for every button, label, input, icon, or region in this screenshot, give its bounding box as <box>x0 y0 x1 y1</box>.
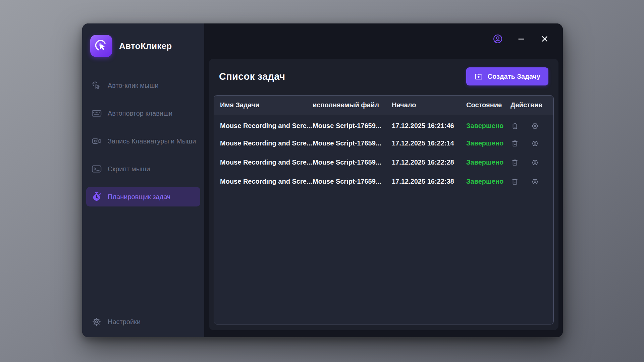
sidebar-item-key-repeat[interactable]: Автоповтор клавиши <box>86 104 200 123</box>
close-button[interactable] <box>538 32 551 46</box>
view-task-icon[interactable] <box>531 177 539 186</box>
task-name: Mouse Recording and Scre... <box>214 153 311 172</box>
delete-task-icon[interactable] <box>511 158 519 167</box>
task-list-card: Список задач Создать Задачу <box>209 59 558 330</box>
sidebar-item-label: Скрипт мыши <box>108 165 150 173</box>
task-file: Mouse Script-17659... <box>311 115 390 134</box>
col-header-start: Начало <box>390 96 465 115</box>
delete-task-icon[interactable] <box>511 139 519 148</box>
task-name: Mouse Recording and Scre... <box>214 172 311 191</box>
sidebar-item-label: Авто-клик мыши <box>108 82 159 89</box>
task-start: 17.12.2025 16:21:46 <box>390 115 465 134</box>
keyboard-icon <box>92 108 102 118</box>
task-start: 17.12.2025 16:22:38 <box>390 172 465 191</box>
col-header-action: Действие <box>509 96 553 115</box>
view-task-icon[interactable] <box>531 139 539 148</box>
table-row: Mouse Recording and Scre... Mouse Script… <box>214 172 553 191</box>
task-table: Имя Задачи исполняемый файл Начало Состо… <box>214 96 553 191</box>
col-header-name: Имя Задачи <box>214 96 311 115</box>
mouse-click-icon <box>92 80 102 90</box>
titlebar <box>204 23 563 54</box>
app-logo-row: АвтоКликер <box>82 33 204 57</box>
sidebar-item-record[interactable]: Запись Клавиатуры и Мыши <box>86 131 200 151</box>
stopwatch-icon <box>92 192 102 202</box>
sidebar-item-label: Автоповтор клавиши <box>108 110 172 117</box>
task-start: 17.12.2025 16:22:28 <box>390 153 465 172</box>
col-header-status: Состояние <box>465 96 509 115</box>
task-start: 17.12.2025 16:22:14 <box>390 134 465 153</box>
sidebar: АвтоКликер Авто-клик мыши <box>82 23 204 337</box>
table-row: Mouse Recording and Scre... Mouse Script… <box>214 153 553 172</box>
view-task-icon[interactable] <box>531 158 539 167</box>
sidebar-item-task-scheduler[interactable]: Планировщик задач <box>86 187 200 206</box>
user-account-icon[interactable] <box>491 32 504 46</box>
create-task-button[interactable]: Создать Задачу <box>466 67 548 85</box>
minimize-button[interactable] <box>515 32 528 46</box>
app-window: АвтоКликер Авто-клик мыши <box>82 23 563 337</box>
sidebar-item-mouse-script[interactable]: Скрипт мыши <box>86 159 200 179</box>
delete-task-icon[interactable] <box>511 122 519 130</box>
status-badge: Завершено <box>465 115 509 134</box>
task-file: Mouse Script-17659... <box>311 172 390 191</box>
task-file: Mouse Script-17659... <box>311 134 390 153</box>
settings-label: Настройки <box>108 318 141 326</box>
card-header: Список задач Создать Задачу <box>218 59 549 91</box>
terminal-icon <box>92 164 102 174</box>
sidebar-item-settings[interactable]: Настройки <box>86 314 200 330</box>
folder-plus-icon <box>474 72 483 81</box>
gear-icon <box>92 317 102 327</box>
status-badge: Завершено <box>465 172 509 191</box>
table-row: Mouse Recording and Scre... Mouse Script… <box>214 134 553 153</box>
task-name: Mouse Recording and Scre... <box>214 115 311 134</box>
app-logo-icon <box>90 35 112 57</box>
video-camera-icon <box>92 136 102 146</box>
view-task-icon[interactable] <box>531 122 539 130</box>
delete-task-icon[interactable] <box>511 177 519 186</box>
create-task-label: Создать Задачу <box>487 73 540 80</box>
table-row: Mouse Recording and Scre... Mouse Script… <box>214 115 553 134</box>
status-badge: Завершено <box>465 134 509 153</box>
col-header-file: исполняемый файл <box>311 96 390 115</box>
app-title: АвтоКликер <box>119 41 172 51</box>
status-badge: Завершено <box>465 153 509 172</box>
main-area: Список задач Создать Задачу <box>204 23 563 337</box>
sidebar-item-label: Запись Клавиатуры и Мыши <box>108 137 196 145</box>
task-name: Mouse Recording and Scre... <box>214 134 311 153</box>
page-title: Список задач <box>219 71 285 82</box>
task-table-container: Имя Задачи исполняемый файл Начало Состо… <box>214 95 554 324</box>
table-header-row: Имя Задачи исполняемый файл Начало Состо… <box>214 96 553 115</box>
task-file: Mouse Script-17659... <box>311 153 390 172</box>
sidebar-item-label: Планировщик задач <box>108 193 170 201</box>
sidebar-item-auto-click[interactable]: Авто-клик мыши <box>86 76 200 95</box>
sidebar-nav: Авто-клик мыши Автоповтор клавиши <box>82 76 204 206</box>
